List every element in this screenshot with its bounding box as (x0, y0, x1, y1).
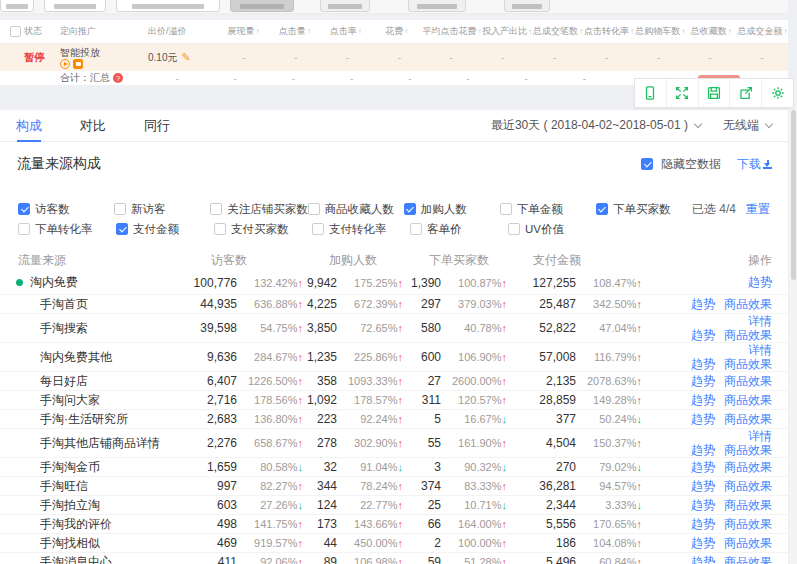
download-link[interactable]: 下载 (737, 156, 772, 173)
tab-peers[interactable]: 同行 (144, 110, 170, 142)
ad-column-header[interactable]: 平均点击花费↑ (422, 25, 481, 38)
metric-checkbox-item[interactable]: 下单买家数 (596, 202, 692, 217)
action-product-effect-link[interactable]: 商品效果 (724, 480, 772, 493)
mobile-preview-button[interactable] (635, 79, 666, 107)
checkbox[interactable] (308, 203, 320, 215)
terminal-dropdown[interactable]: 无线端 (723, 117, 772, 134)
action-product-effect-link[interactable]: 商品效果 (724, 413, 772, 426)
creative-image-icon[interactable] (73, 59, 83, 69)
ad-column-header[interactable]: 点击率↑ (320, 25, 371, 38)
hide-empty-checkbox[interactable] (641, 158, 653, 170)
ad-column-header[interactable]: 总成交笔数↑ (532, 25, 583, 38)
ad-column-header[interactable]: 点击量↑ (269, 25, 320, 38)
ad-column-header[interactable]: 总购物车数↑ (635, 25, 686, 38)
action-product-effect-link[interactable]: 商品效果 (724, 499, 772, 512)
ad-toolbar-button[interactable] (230, 0, 294, 12)
ad-column-header[interactable]: 定向推广 (60, 25, 148, 38)
ad-toolbar-button[interactable] (116, 0, 220, 12)
sort-icon[interactable]: ↑ (681, 27, 685, 36)
metric-checkbox-item[interactable]: 访客数 (18, 202, 114, 217)
sort-icon[interactable]: ↑ (630, 27, 634, 36)
action-trend-link[interactable]: 趋势 (691, 499, 715, 512)
action-detail-link[interactable]: 详情 (748, 315, 772, 328)
metric-checkbox-item[interactable]: 新访客 (114, 202, 210, 217)
action-trend-link[interactable]: 趋势 (691, 298, 715, 311)
ad-column-header[interactable]: 总收藏数↑ (686, 25, 737, 38)
action-product-effect-link[interactable]: 商品效果 (724, 329, 772, 342)
action-product-effect-link[interactable]: 商品效果 (724, 461, 772, 474)
action-detail-link[interactable]: 详情 (748, 344, 772, 357)
ad-toolbar-button[interactable] (504, 0, 550, 12)
metric-checkbox-item[interactable]: 支付转化率 (312, 222, 410, 237)
export-button[interactable] (729, 79, 761, 107)
action-trend-link[interactable]: 趋势 (691, 461, 715, 474)
action-trend-link[interactable]: 趋势 (748, 276, 772, 289)
action-product-effect-link[interactable]: 商品效果 (724, 358, 772, 371)
sort-icon[interactable]: ↑ (256, 27, 260, 36)
action-trend-link[interactable]: 趋势 (691, 413, 715, 426)
ad-column-header[interactable]: 投入产出比↑ (481, 25, 532, 38)
sort-icon[interactable]: ↑ (783, 27, 787, 36)
action-trend-link[interactable]: 趋势 (691, 556, 715, 564)
ad-column-header[interactable]: 出价/溢价 (148, 25, 218, 38)
action-product-effect-link[interactable]: 商品效果 (724, 556, 772, 564)
action-product-effect-link[interactable]: 商品效果 (724, 444, 772, 457)
metric-checkbox-item[interactable]: 支付买家数 (214, 222, 312, 237)
metric-checkbox-item[interactable]: 下单转化率 (18, 222, 116, 237)
ad-column-header[interactable]: 总成交金额↑ (737, 25, 788, 38)
metric-checkbox-item[interactable]: 客单价 (410, 222, 508, 237)
ad-column-header[interactable]: 点击转化率↑ (584, 25, 635, 38)
ad-toolbar-button[interactable] (0, 0, 34, 12)
action-trend-link[interactable]: 趋势 (691, 537, 715, 550)
action-detail-link[interactable]: 详情 (748, 430, 772, 443)
date-range-dropdown[interactable]: 最近30天 ( 2018-04-02~2018-05-01 ) (491, 117, 701, 134)
select-all-checkbox[interactable] (10, 26, 21, 37)
checkbox[interactable] (116, 223, 128, 235)
vertical-scrollbar-thumb[interactable] (791, 110, 796, 280)
ad-toolbar-button[interactable] (44, 0, 106, 12)
action-product-effect-link[interactable]: 商品效果 (724, 298, 772, 311)
play-icon[interactable] (60, 59, 70, 69)
action-product-effect-link[interactable]: 商品效果 (724, 375, 772, 388)
fullscreen-button[interactable] (666, 79, 698, 107)
metric-checkbox-item[interactable]: 下单金额 (500, 202, 596, 217)
action-trend-link[interactable]: 趋势 (691, 375, 715, 388)
ad-toolbar-button[interactable] (320, 0, 370, 12)
ad-toolbar-button[interactable] (408, 0, 466, 12)
checkbox[interactable] (18, 203, 30, 215)
sort-icon[interactable]: ↑ (307, 27, 311, 36)
vertical-scrollbar[interactable] (788, 78, 797, 564)
save-button[interactable] (698, 79, 730, 107)
help-icon[interactable]: ? (113, 73, 123, 83)
reset-link[interactable]: 重置 (746, 201, 770, 218)
checkbox[interactable] (114, 203, 126, 215)
metric-checkbox-item[interactable]: 商品收藏人数 (308, 202, 404, 217)
metric-checkbox-item[interactable]: 关注店铺买家数 (210, 202, 308, 217)
action-trend-link[interactable]: 趋势 (691, 518, 715, 531)
ad-column-header[interactable]: 展现量↑ (218, 25, 269, 38)
ad-column-header[interactable]: 花费↑ (371, 25, 422, 38)
checkbox[interactable] (312, 223, 324, 235)
ad-column-header[interactable]: 状态 (24, 25, 60, 38)
tab-compare[interactable]: 对比 (80, 110, 106, 142)
action-product-effect-link[interactable]: 商品效果 (724, 518, 772, 531)
settings-button[interactable] (761, 79, 793, 107)
checkbox[interactable] (214, 223, 226, 235)
action-trend-link[interactable]: 趋势 (691, 358, 715, 371)
tab-composition[interactable]: 构成 (16, 110, 42, 142)
action-product-effect-link[interactable]: 商品效果 (724, 394, 772, 407)
metric-checkbox-item[interactable]: 支付金额 (116, 222, 214, 237)
sort-icon[interactable]: ↑ (579, 27, 583, 36)
action-product-effect-link[interactable]: 商品效果 (724, 537, 772, 550)
checkbox[interactable] (508, 223, 520, 235)
sort-icon[interactable]: ↑ (404, 27, 408, 36)
sort-icon[interactable]: ↑ (358, 27, 362, 36)
metric-checkbox-item[interactable]: 加购人数 (404, 202, 500, 217)
action-trend-link[interactable]: 趋势 (691, 394, 715, 407)
action-trend-link[interactable]: 趋势 (691, 329, 715, 342)
checkbox[interactable] (404, 203, 416, 215)
edit-bid-icon[interactable]: ✎ (181, 51, 190, 64)
checkbox[interactable] (596, 203, 608, 215)
sort-icon[interactable]: ↑ (528, 27, 532, 36)
action-trend-link[interactable]: 趋势 (691, 480, 715, 493)
